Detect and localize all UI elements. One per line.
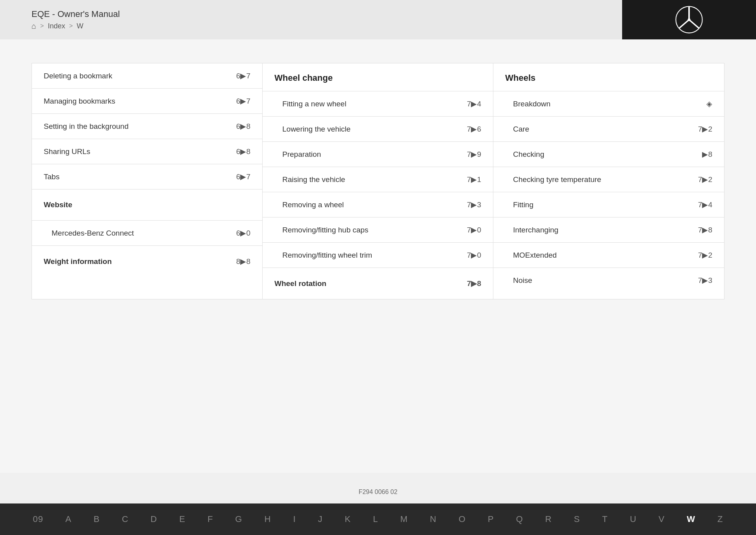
alpha-N[interactable]: N <box>419 514 448 524</box>
main-content: Deleting a bookmark 6▶7 Managing bookmar… <box>0 39 756 473</box>
item-name: Removing/fitting hub caps <box>282 226 369 234</box>
alpha-K[interactable]: K <box>334 514 362 524</box>
item-name: Interchanging <box>513 226 558 234</box>
list-item[interactable]: Setting in the background 6▶8 <box>32 114 262 139</box>
item-page: 8▶8 <box>236 257 250 266</box>
alpha-J[interactable]: J <box>307 514 334 524</box>
item-page: 7▶3 <box>467 200 481 209</box>
list-item[interactable]: MOExtended 7▶2 <box>493 243 724 268</box>
item-page: ▶8 <box>702 150 712 159</box>
item-name: Checking <box>513 150 544 159</box>
item-page: 7▶1 <box>467 175 481 184</box>
list-item[interactable]: Mercedes-Benz Connect 6▶0 <box>32 221 262 246</box>
list-item[interactable]: Preparation 7▶9 <box>263 142 493 167</box>
item-page: 6▶8 <box>236 147 250 156</box>
section-title: Website <box>44 201 72 209</box>
item-page: 7▶0 <box>467 225 481 234</box>
list-item[interactable]: Raising the vehicle 7▶1 <box>263 167 493 192</box>
item-page: 7▶4 <box>698 200 712 209</box>
list-item[interactable]: Removing a wheel 7▶3 <box>263 192 493 217</box>
breadcrumb: ⌂ > Index > W <box>32 22 120 31</box>
alpha-A[interactable]: A <box>54 514 83 524</box>
alpha-F[interactable]: F <box>196 514 224 524</box>
alpha-P[interactable]: P <box>477 514 505 524</box>
column-2: Wheel change Fitting a new wheel 7▶4 Low… <box>263 63 493 299</box>
item-name: Lowering the vehicle <box>282 125 350 134</box>
item-page: 6▶7 <box>236 97 250 106</box>
list-item[interactable]: Checking tyre temperature 7▶2 <box>493 167 724 192</box>
alpha-D[interactable]: D <box>139 514 168 524</box>
item-page: ◈ <box>706 99 712 108</box>
item-name: MOExtended <box>513 251 557 260</box>
alpha-L[interactable]: L <box>362 514 389 524</box>
footer-code: F294 0066 02 <box>0 481 756 500</box>
index-table: Deleting a bookmark 6▶7 Managing bookmar… <box>32 63 724 299</box>
alpha-R[interactable]: R <box>534 514 563 524</box>
list-item[interactable]: Noise 7▶3 <box>493 268 724 293</box>
item-page: 6▶0 <box>236 228 250 238</box>
item-name: Deleting a bookmark <box>44 72 112 80</box>
alpha-G[interactable]: G <box>224 514 253 524</box>
breadcrumb-home[interactable]: ⌂ <box>32 22 36 31</box>
footer-alphabet: 09 A B C D E F G H I J K L M N O P Q R S… <box>0 503 756 535</box>
alpha-M[interactable]: M <box>389 514 419 524</box>
alpha-U[interactable]: U <box>619 514 648 524</box>
item-name: Weight information <box>44 257 112 266</box>
wheel-rotation-item[interactable]: Wheel rotation 7▶8 <box>263 268 493 299</box>
manual-title: EQE - Owner's Manual <box>32 9 120 19</box>
alpha-C[interactable]: C <box>111 514 139 524</box>
alpha-V[interactable]: V <box>648 514 676 524</box>
item-page: 7▶6 <box>467 124 481 134</box>
alpha-09[interactable]: 09 <box>22 514 54 524</box>
logo-area <box>622 0 756 39</box>
alpha-Z[interactable]: Z <box>706 514 734 524</box>
item-page: 7▶2 <box>698 175 712 184</box>
list-item[interactable]: Checking ▶8 <box>493 142 724 167</box>
item-name: Mercedes-Benz Connect <box>52 229 134 238</box>
list-item[interactable]: Removing/fitting wheel trim 7▶0 <box>263 243 493 268</box>
header-left: EQE - Owner's Manual ⌂ > Index > W <box>32 9 120 31</box>
alpha-T[interactable]: T <box>591 514 619 524</box>
section-header-wheels: Wheels <box>493 63 724 91</box>
list-item[interactable]: Managing bookmarks 6▶7 <box>32 89 262 114</box>
list-item[interactable]: Care 7▶2 <box>493 117 724 142</box>
item-name: Wheel rotation <box>274 279 326 288</box>
list-item[interactable]: Fitting 7▶4 <box>493 192 724 217</box>
section-header-website: Website <box>32 189 262 221</box>
mercedes-logo <box>675 6 703 33</box>
svg-point-1 <box>688 19 691 21</box>
list-item[interactable]: Removing/fitting hub caps 7▶0 <box>263 217 493 243</box>
alpha-S[interactable]: S <box>563 514 591 524</box>
item-name: Removing a wheel <box>282 201 344 209</box>
item-page: 7▶8 <box>698 225 712 234</box>
item-name: Tabs <box>44 173 59 181</box>
item-page: 7▶3 <box>698 276 712 285</box>
item-page: 7▶2 <box>698 124 712 134</box>
item-name: Checking tyre temperature <box>513 175 601 184</box>
item-page: 6▶7 <box>236 71 250 80</box>
list-item[interactable]: Lowering the vehicle 7▶6 <box>263 117 493 142</box>
item-name: Breakdown <box>513 100 550 108</box>
alpha-H[interactable]: H <box>253 514 282 524</box>
alpha-E[interactable]: E <box>168 514 196 524</box>
alpha-W[interactable]: W <box>676 514 706 524</box>
section-header-wheel-change: Wheel change <box>263 63 493 91</box>
alpha-I[interactable]: I <box>282 514 307 524</box>
list-item[interactable]: Sharing URLs 6▶8 <box>32 139 262 164</box>
list-item[interactable]: Deleting a bookmark 6▶7 <box>32 63 262 89</box>
list-item[interactable]: Interchanging 7▶8 <box>493 217 724 243</box>
alpha-B[interactable]: B <box>83 514 111 524</box>
item-name: Care <box>513 125 529 134</box>
item-page: 7▶8 <box>467 279 481 288</box>
item-page: 7▶2 <box>698 251 712 260</box>
item-name: Fitting a new wheel <box>282 100 346 108</box>
list-item[interactable]: Breakdown ◈ <box>493 91 724 117</box>
alpha-Q[interactable]: Q <box>505 514 534 524</box>
alpha-O[interactable]: O <box>448 514 477 524</box>
list-item[interactable]: Fitting a new wheel 7▶4 <box>263 91 493 117</box>
item-name: Raising the vehicle <box>282 175 345 184</box>
weight-information-item[interactable]: Weight information 8▶8 <box>32 246 262 277</box>
breadcrumb-index[interactable]: Index <box>48 22 65 30</box>
list-item[interactable]: Tabs 6▶7 <box>32 164 262 189</box>
breadcrumb-sep1: > <box>40 22 44 30</box>
